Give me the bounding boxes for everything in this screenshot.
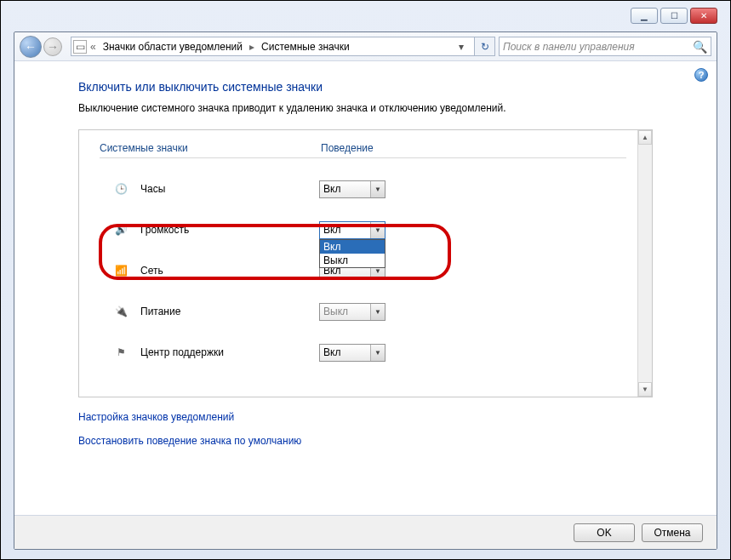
select-value: Выкл [323, 306, 348, 317]
search-input[interactable]: Поиск в панели управления 🔍 [499, 37, 711, 56]
maximize-button[interactable]: ☐ [660, 8, 688, 24]
chevron-down-icon: ▼ [370, 345, 385, 361]
breadcrumb-item-2[interactable]: Системные значки [256, 41, 355, 53]
window-frame: ← → ▭ « Значки области уведомлений ▸ Сис… [14, 31, 717, 550]
volume-behavior-select[interactable]: Вкл ▼ Вкл Выкл [319, 221, 385, 239]
breadcrumb-dropdown-button[interactable]: ▾ [450, 41, 472, 53]
dropdown-list: Вкл Выкл [319, 239, 385, 268]
flag-icon: ⚑ [110, 344, 132, 361]
close-button[interactable]: ✕ [690, 8, 717, 24]
row-label: Центр поддержки [140, 346, 319, 358]
row-volume: 🔊 Громкость Вкл ▼ Вкл Выкл [100, 209, 626, 250]
breadcrumb-item-1[interactable]: Значки области уведомлений [98, 41, 248, 53]
close-icon: ✕ [700, 11, 707, 20]
column-header-icons: Системные значки [100, 142, 321, 154]
chevron-right-icon: ▸ [248, 41, 256, 53]
dropdown-option-on[interactable]: Вкл [320, 240, 385, 254]
content-area: ? Включить или выключить системные значк… [14, 61, 717, 549]
row-label: Сеть [140, 265, 319, 277]
control-panel-window: ▁ ☐ ✕ ← → ▭ « Значки области уведомлений… [0, 0, 731, 560]
maximize-icon: ☐ [671, 11, 678, 20]
cancel-button[interactable]: Отмена [642, 523, 703, 542]
breadcrumb-bar[interactable]: ▭ « Значки области уведомлений ▸ Системн… [71, 37, 475, 56]
page-title: Включить или выключить системные значки [78, 80, 653, 94]
action-center-behavior-select[interactable]: Вкл ▼ [319, 344, 385, 362]
chevron-left-icon: « [89, 41, 98, 53]
row-label: Громкость [140, 224, 319, 236]
scroll-down-button[interactable]: ▼ [638, 382, 652, 397]
select-value: Вкл [323, 183, 340, 195]
refresh-icon: ↻ [481, 41, 489, 53]
row-power: 🔌 Питание Выкл ▼ [100, 291, 626, 332]
select-value: Вкл [323, 224, 340, 236]
row-label: Часы [140, 183, 319, 195]
arrow-right-icon: → [47, 41, 59, 53]
arrow-left-icon: ← [25, 41, 37, 53]
scrollbar[interactable]: ▲ ▼ [637, 130, 652, 397]
search-icon: 🔍 [693, 40, 707, 54]
chevron-down-icon: ▼ [370, 304, 385, 320]
power-behavior-select: Выкл ▼ [319, 303, 385, 321]
chevron-down-icon: ▼ [370, 181, 385, 197]
dropdown-option-off[interactable]: Выкл [320, 254, 385, 267]
nav-forward-button[interactable]: → [43, 37, 62, 56]
search-placeholder: Поиск в панели управления [503, 41, 693, 53]
chevron-down-icon: ▼ [370, 222, 385, 238]
navigation-bar: ← → ▭ « Значки области уведомлений ▸ Сис… [14, 32, 717, 61]
row-label: Питание [140, 306, 319, 317]
refresh-button[interactable]: ↻ [475, 37, 495, 56]
list-header: Системные значки Поведение [100, 142, 626, 158]
restore-defaults-link[interactable]: Восстановить поведение значка по умолчан… [78, 435, 653, 447]
column-header-behavior: Поведение [321, 142, 374, 154]
window-controls: ▁ ☐ ✕ [631, 8, 717, 24]
volume-icon: 🔊 [110, 221, 132, 238]
minimize-button[interactable]: ▁ [631, 8, 658, 24]
power-icon: 🔌 [110, 303, 132, 320]
system-icons-list: Системные значки Поведение 🕒 Часы Вкл ▼ [78, 129, 653, 397]
system-tray-icon: ▭ [73, 40, 87, 54]
dialog-footer: OK Отмена [14, 515, 717, 549]
row-action-center: ⚑ Центр поддержки Вкл ▼ [100, 332, 626, 373]
select-value: Вкл [323, 346, 340, 358]
nav-back-button[interactable]: ← [20, 36, 42, 58]
network-icon: 📶 [110, 262, 132, 279]
page-subtitle: Выключение системного значка приводит к … [78, 102, 653, 114]
clock-icon: 🕒 [110, 180, 132, 197]
customize-icons-link[interactable]: Настройка значков уведомлений [78, 411, 653, 423]
ok-button[interactable]: OK [574, 523, 635, 542]
minimize-icon: ▁ [641, 11, 648, 20]
row-clock: 🕒 Часы Вкл ▼ [100, 169, 626, 209]
links-section: Настройка значков уведомлений Восстанови… [78, 411, 653, 447]
scroll-up-button[interactable]: ▲ [638, 130, 652, 145]
clock-behavior-select[interactable]: Вкл ▼ [319, 180, 385, 198]
